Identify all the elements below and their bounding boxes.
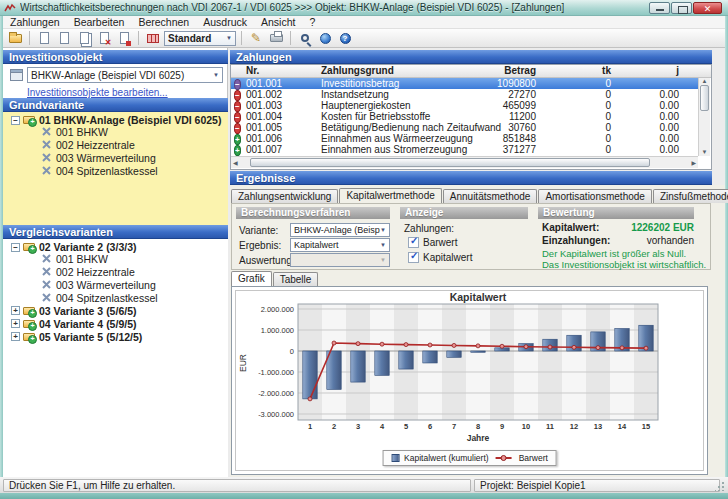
scroll-left-icon[interactable]: ◀ <box>233 159 238 166</box>
tree-item-variante5[interactable]: + 05 Variante 5 (5/12/5) <box>3 330 228 343</box>
tab-zinsfussmethode[interactable]: Zinsfußmethode <box>653 189 728 203</box>
column-zahlungsgrund[interactable]: Zahlungsgrund <box>321 65 394 76</box>
berechnungsverfahren-header: Berechnungsverfahren <box>236 207 390 219</box>
expand-icon[interactable]: + <box>11 332 20 341</box>
export-document-button[interactable] <box>115 30 133 46</box>
tree-item-variante3[interactable]: + 03 Variante 3 (5/6/5) <box>3 304 228 317</box>
tab-tabelle[interactable]: Tabelle <box>273 272 319 286</box>
print-button[interactable] <box>267 30 285 46</box>
cell-nr: 001.005 <box>246 122 282 133</box>
svg-text:14: 14 <box>618 422 627 431</box>
menu-bearbeiten[interactable]: Bearbeiten <box>67 16 132 29</box>
collapse-icon[interactable]: − <box>11 116 20 125</box>
variant-folder-icon <box>23 333 35 341</box>
table-row[interactable]: + 001.006 Einnahmen aus Wärmeerzeugung 8… <box>231 133 700 144</box>
open-document-button[interactable] <box>55 30 73 46</box>
tree-item-v2-heizzentrale[interactable]: 002 Heizzentrale <box>3 265 228 278</box>
app-icon <box>4 3 16 13</box>
delete-document-button[interactable] <box>95 30 113 46</box>
tree-item-grundvariante-root[interactable]: − 01 BHKW-Anlage (Beispiel VDI 6025) <box>3 112 228 125</box>
cell-tk: 0 <box>546 89 611 100</box>
bar-series-swatch-icon <box>391 454 399 462</box>
open-folder-button[interactable] <box>6 30 24 46</box>
svg-text:12: 12 <box>570 422 578 431</box>
tab-amortisationsmethode[interactable]: Amortisationsmethode <box>538 189 652 203</box>
ergebnis-combobox[interactable]: Kapitalwert ▼ <box>290 238 390 252</box>
tree-item-variante4[interactable]: + 04 Variante 4 (5/9/5) <box>3 317 228 330</box>
preset-combobox[interactable]: Standard ▼ <box>164 31 236 46</box>
column-tk[interactable]: tk <box>546 65 611 76</box>
chevron-down-icon: ▼ <box>380 257 386 263</box>
cell-grund: Instandsetzung <box>321 89 389 100</box>
horizontal-scrollbar[interactable]: ◀▶ <box>231 156 698 168</box>
scroll-right-icon[interactable]: ▶ <box>691 159 696 166</box>
web-button[interactable] <box>316 30 334 46</box>
checked-checkbox-icon <box>408 252 419 263</box>
scrollbar-thumb[interactable] <box>250 158 650 167</box>
tab-zahlungsentwicklung[interactable]: Zahlungsentwicklung <box>231 189 338 203</box>
vertical-scrollbar[interactable]: ▲▼ <box>698 78 710 156</box>
auswertung-combobox[interactable]: ▼ <box>290 253 390 267</box>
svg-text:8: 8 <box>476 422 480 431</box>
variant-folder-icon <box>23 307 35 315</box>
copy-document-button[interactable] <box>75 30 93 46</box>
tab-kapitalwertmethode[interactable]: Kapitalwertmethode <box>339 188 441 203</box>
bewertung-hinweis-1: Der Kapitalwert ist größer als Null. <box>542 248 686 259</box>
tree-item-v2-spitzenlastkessel[interactable]: 004 Spitzenlastkessel <box>3 291 228 304</box>
tree-item-v2-bhkw[interactable]: 001 BHKW <box>3 252 228 265</box>
table-row[interactable]: − 001.003 Hauptenergiekosten 465099 0 0.… <box>231 100 700 111</box>
menu-ausdruck[interactable]: Ausdruck <box>196 16 254 29</box>
tree-item-label: 004 Spitzenlastkessel <box>56 292 158 304</box>
column-nr[interactable]: Nr. <box>246 65 259 76</box>
tree-item-spitzenlastkessel[interactable]: 004 Spitzenlastkessel <box>3 164 228 177</box>
table-row[interactable]: − 001.002 Instandsetzung 27270 0 0.00 <box>231 89 700 100</box>
cell-j <box>621 78 679 89</box>
menu-berechnen[interactable]: Berechnen <box>131 16 196 29</box>
edit-button[interactable]: ✎ <box>247 30 265 46</box>
collapse-icon[interactable]: − <box>11 243 20 252</box>
table-row[interactable]: + 001.007 Einnahmen aus Stromerzeugung 3… <box>231 144 700 155</box>
edit-pencil-icon: ✎ <box>251 33 261 43</box>
barwert-checkbox[interactable]: Barwert <box>408 237 457 248</box>
tab-grafik[interactable]: Grafik <box>231 271 272 286</box>
table-row[interactable]: − 001.005 Betätigung/Bedienung nach Zeit… <box>231 122 700 133</box>
table-row[interactable]: − 001.001 Investitionsbetrag 1090800 0 <box>231 78 700 89</box>
menu-hilfe[interactable]: ? <box>302 16 322 29</box>
help-button[interactable] <box>336 30 354 46</box>
variante-combobox[interactable]: BHKW-Anlage (Beispiel VDI 6025) ▼ <box>290 223 390 237</box>
cell-betrag: 27270 <box>456 89 536 100</box>
cell-tk: 0 <box>546 144 611 155</box>
svg-text:-1.000.000: -1.000.000 <box>258 368 294 377</box>
checked-checkbox-icon <box>408 237 419 248</box>
minimize-button[interactable] <box>649 2 670 14</box>
new-document-button[interactable] <box>35 30 53 46</box>
kapitalwert-checkbox[interactable]: Kapitalwert <box>408 252 472 263</box>
menu-zahlungen[interactable]: Zahlungen <box>3 16 67 29</box>
menu-ansicht[interactable]: Ansicht <box>254 16 302 29</box>
table-row[interactable]: − 001.004 Kosten für Betriebsstoffe 1120… <box>231 111 700 122</box>
investitionsobjekte-bearbeiten-link[interactable]: Investitionsobjekte bearbeiten... <box>27 87 168 98</box>
tree-item-variante2[interactable]: − 02 Variante 2 (3/3/3) <box>3 239 228 252</box>
expand-icon[interactable]: + <box>11 306 20 315</box>
search-icon <box>301 34 309 42</box>
tree-item-v2-waermeverteilung[interactable]: 003 Wärmeverteilung <box>3 278 228 291</box>
tree-item-waermeverteilung[interactable]: 003 Wärmeverteilung <box>3 151 228 164</box>
resize-grip[interactable] <box>715 482 724 491</box>
scrollbar-thumb[interactable] <box>700 85 709 111</box>
search-button[interactable] <box>296 30 314 46</box>
column-betrag[interactable]: Betrag <box>456 65 536 76</box>
import-table-button[interactable] <box>144 30 162 46</box>
expand-icon[interactable]: + <box>11 319 20 328</box>
investitionsobjekt-combobox[interactable]: BHKW-Anlage (Beispiel VDI 6025) ▼ <box>27 67 223 83</box>
variant-folder-icon <box>23 320 35 328</box>
import-table-icon <box>147 34 159 43</box>
tree-item-heizzentrale[interactable]: 002 Heizzentrale <box>3 138 228 151</box>
column-j[interactable]: j <box>621 65 679 76</box>
cell-grund: Einnahmen aus Wärmeerzeugung <box>321 133 473 144</box>
svg-text:EUR: EUR <box>238 354 248 372</box>
tab-annuitaetsmethode[interactable]: Annuitätsmethode <box>443 189 538 203</box>
chevron-down-icon: ▼ <box>380 227 386 233</box>
tree-item-bhkw[interactable]: 001 BHKW <box>3 125 228 138</box>
close-button[interactable] <box>693 2 722 14</box>
maximize-button[interactable] <box>671 2 692 14</box>
